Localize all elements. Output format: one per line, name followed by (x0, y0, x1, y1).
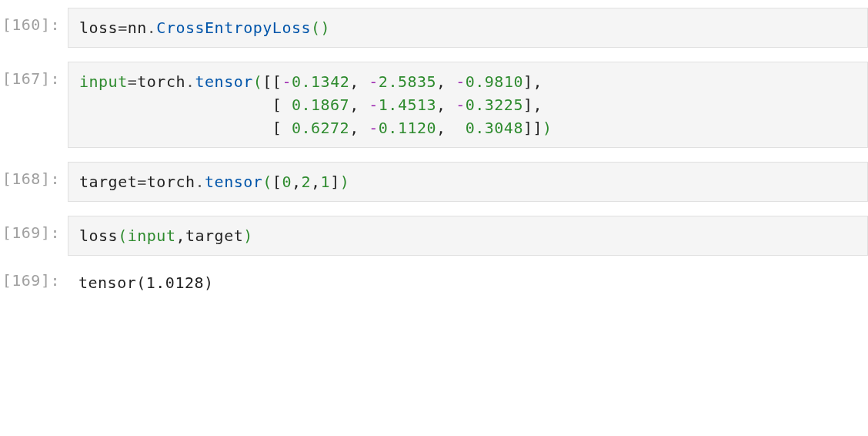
code-token: 2 (302, 173, 312, 191)
code-token: , (436, 96, 456, 114)
code-cell: [167]: input=torch.tensor([[-0.1342, -2.… (0, 62, 868, 148)
code-token: target (185, 226, 243, 245)
code-token: ] (330, 173, 340, 191)
code-token: 0.1342 (292, 72, 349, 91)
code-token: , (349, 119, 369, 137)
code-token: 1.4513 (379, 96, 436, 114)
code-token: 1 (321, 173, 331, 191)
code-token: , (349, 96, 369, 114)
code-token: ], (523, 96, 542, 114)
code-token: ( (311, 18, 321, 37)
code-token: - (369, 72, 379, 91)
code-token: = (118, 18, 128, 37)
code-token: [ (79, 119, 292, 137)
output-cell: [169]: tensor(1.0128) (0, 270, 868, 296)
code-token: - (369, 119, 379, 137)
code-token: . (185, 72, 195, 91)
code-token: [[ (262, 72, 282, 91)
code-token: , (175, 226, 185, 245)
code-token: loss (79, 226, 118, 245)
code-token: , (311, 173, 321, 191)
code-token: ], (523, 72, 542, 91)
code-token: loss (79, 18, 118, 37)
code-token: nn (128, 18, 147, 37)
code-token: [ (272, 173, 282, 191)
code-input[interactable]: input=torch.tensor([[-0.1342, -2.5835, -… (68, 62, 868, 148)
code-token: 2.5835 (379, 72, 436, 91)
code-token: 0.1120 (379, 119, 436, 137)
code-input[interactable]: loss=nn.CrossEntropyLoss() (68, 8, 868, 48)
code-token: ) (542, 119, 553, 137)
code-token: 0.3048 (466, 119, 523, 137)
code-token: ( (118, 226, 128, 245)
notebook-view: [160]: loss=nn.CrossEntropyLoss() [167]:… (0, 8, 868, 296)
code-token: input (128, 226, 176, 245)
code-token: , (292, 173, 302, 191)
code-token: . (195, 173, 205, 191)
code-token: = (128, 72, 138, 91)
code-token: [ (79, 96, 292, 114)
code-token: , (436, 72, 456, 91)
code-token: 0.9810 (466, 72, 523, 91)
code-token: , (349, 72, 369, 91)
code-token: ) (243, 226, 253, 245)
code-token: CrossEntropyLoss (156, 18, 311, 37)
code-token: - (369, 96, 379, 114)
code-token: 0.1867 (292, 96, 349, 114)
code-output: tensor(1.0128) (68, 270, 868, 296)
code-token: target (79, 173, 137, 191)
code-token: - (282, 72, 292, 91)
code-token: 0.6272 (292, 119, 349, 137)
code-token: ) (321, 18, 331, 37)
input-prompt: [168]: (0, 162, 68, 188)
code-token: tensor (195, 72, 253, 91)
code-token: - (456, 96, 466, 114)
code-token: ( (262, 173, 272, 191)
code-cell: [169]: loss(input,target) (0, 216, 868, 256)
code-token: input (79, 72, 128, 91)
code-token: torch (137, 72, 185, 91)
code-input[interactable]: target=torch.tensor([0,2,1]) (68, 162, 868, 202)
code-input[interactable]: loss(input,target) (68, 216, 868, 256)
code-token: - (456, 72, 466, 91)
code-token: ) (340, 173, 350, 191)
code-token: = (137, 173, 147, 191)
output-prompt: [169]: (0, 270, 68, 290)
code-token: ( (253, 72, 263, 91)
input-prompt: [169]: (0, 216, 68, 242)
code-token: torch (147, 173, 195, 191)
code-cell: [168]: target=torch.tensor([0,2,1]) (0, 162, 868, 202)
code-token: tensor (205, 173, 262, 191)
code-token: , (436, 119, 466, 137)
code-token: 0 (282, 173, 292, 191)
input-prompt: [167]: (0, 62, 68, 88)
input-prompt: [160]: (0, 8, 68, 34)
code-cell: [160]: loss=nn.CrossEntropyLoss() (0, 8, 868, 48)
code-token: . (147, 18, 157, 37)
code-token: ]] (523, 119, 542, 137)
code-token: 0.3225 (466, 96, 523, 114)
